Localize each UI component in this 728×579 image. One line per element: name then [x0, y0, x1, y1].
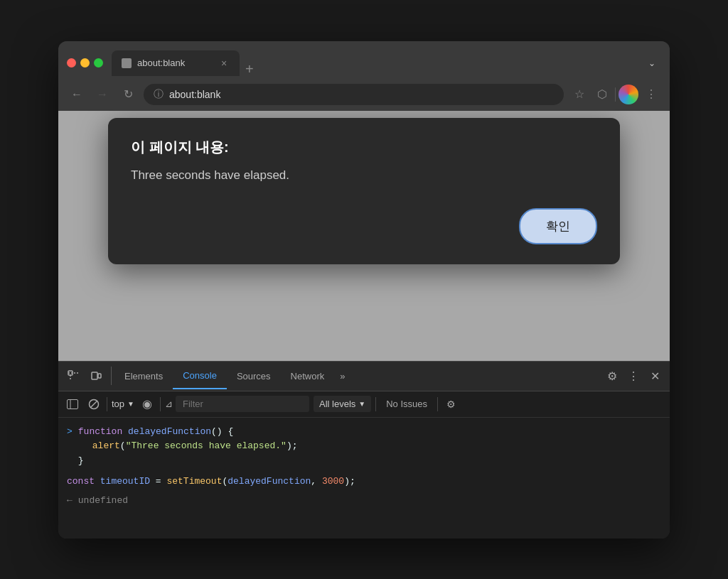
svg-rect-4 — [92, 372, 97, 379]
address-text: about:blank — [169, 89, 554, 100]
code-line-4: const timeoutID = setTimeout(delayedFunc… — [67, 475, 355, 489]
alert-buttons: 확인 — [131, 208, 597, 244]
svg-rect-6 — [68, 399, 78, 408]
log-levels-dropdown[interactable]: All levels ▼ — [314, 396, 371, 412]
live-expressions-button[interactable]: ◉ — [139, 396, 156, 413]
tab-favicon — [122, 58, 132, 68]
code-line-1: function delayedFunction() { — [78, 425, 298, 440]
execution-context-selector[interactable]: top ▼ — [112, 399, 134, 409]
devtools-more-options-icon[interactable]: ⋮ — [624, 367, 643, 385]
console-line-2: const timeoutID = setTimeout(delayedFunc… — [67, 473, 661, 491]
separator-line — [615, 87, 616, 102]
traffic-lights — [67, 58, 103, 67]
devtools-more-tabs-button[interactable]: » — [334, 364, 350, 389]
console-settings-icon[interactable]: ⚙ — [442, 396, 459, 413]
alert-page-label: 이 페이지 내용: — [131, 138, 597, 157]
levels-chevron-icon: ▼ — [358, 400, 365, 408]
reload-button[interactable]: ↻ — [118, 85, 138, 104]
alert-message: Three seconds have elapsed. — [131, 168, 597, 183]
back-button[interactable]: ← — [67, 85, 87, 104]
tab-dropdown-button[interactable]: ⌄ — [643, 55, 661, 71]
browser-window: about:blank × + ⌄ ← → ↻ ⓘ about:blank ☆ … — [58, 41, 670, 539]
bookmark-button[interactable]: ☆ — [569, 85, 589, 104]
new-tab-button[interactable]: + — [240, 62, 259, 76]
console-input-arrow: > — [67, 425, 73, 440]
menu-button[interactable]: ⋮ — [641, 85, 661, 104]
title-bar: about:blank × + ⌄ — [58, 41, 670, 78]
devtools-tab-elements[interactable]: Elements — [114, 364, 173, 389]
minimize-window-button[interactable] — [80, 58, 90, 67]
devtools-close-icon[interactable]: ✕ — [646, 367, 664, 385]
devtools-tab-actions: ⚙ ⋮ ✕ — [603, 367, 664, 385]
forward-button[interactable]: → — [92, 85, 112, 104]
devtools-settings-icon[interactable]: ⚙ — [603, 367, 621, 385]
toolbar-separator-3 — [375, 397, 376, 411]
svg-rect-0 — [123, 60, 130, 67]
devtools-tab-console[interactable]: Console — [173, 363, 227, 389]
tab-close-button[interactable]: × — [218, 58, 230, 69]
devtools-device-icon[interactable] — [87, 367, 105, 385]
devtools-tab-sources[interactable]: Sources — [227, 364, 281, 389]
address-bar[interactable]: ⓘ about:blank — [144, 84, 564, 105]
filter-area: ⊿ — [165, 396, 309, 412]
maximize-window-button[interactable] — [94, 58, 103, 67]
alert-dialog: 이 페이지 내용: Three seconds have elapsed. 확인 — [108, 118, 620, 264]
console-line-1: > function delayedFunction() { alert("Th… — [67, 423, 661, 470]
devtools-panel: Elements Console Sources Network » ⚙ ⋮ ✕ — [58, 361, 670, 539]
tab-title: about:blank — [137, 58, 213, 68]
toolbar-separator-2 — [160, 397, 161, 411]
tab-area: about:blank × + — [112, 50, 637, 76]
alert-ok-button[interactable]: 확인 — [519, 208, 597, 244]
console-undefined: undefined — [78, 494, 128, 509]
page-content: 이 페이지 내용: Three seconds have elapsed. 확인 — [58, 111, 670, 361]
devtools-tab-network[interactable]: Network — [281, 364, 335, 389]
toolbar-separator — [107, 397, 107, 411]
devtools-inspect-icon[interactable] — [64, 367, 82, 385]
devtools-tabs-bar: Elements Console Sources Network » ⚙ ⋮ ✕ — [58, 362, 670, 391]
extensions-button[interactable]: ⬡ — [592, 85, 612, 104]
devtools-toolbar: top ▼ ◉ ⊿ All levels ▼ No Issues ⚙ — [58, 391, 670, 418]
devtools-tab-icons — [64, 367, 112, 385]
no-issues-badge: No Issues — [380, 399, 433, 409]
svg-rect-5 — [98, 374, 101, 378]
profile-avatar[interactable] — [619, 85, 638, 104]
svg-line-9 — [91, 401, 97, 407]
code-line-3: } — [78, 454, 298, 469]
filter-icon: ⊿ — [165, 399, 173, 409]
filter-input[interactable] — [176, 396, 309, 412]
console-line-3: ← undefined — [67, 492, 661, 510]
console-output-arrow: ← — [67, 494, 73, 509]
code-line-2: alert("Three seconds have elapsed."); — [78, 439, 298, 454]
close-window-button[interactable] — [67, 58, 76, 67]
console-sidebar-toggle[interactable] — [64, 396, 81, 413]
console-code-block: function delayedFunction() { alert("Thre… — [78, 425, 298, 469]
info-icon: ⓘ — [154, 88, 164, 101]
nav-actions: ☆ ⬡ ⋮ — [569, 85, 661, 104]
active-tab[interactable]: about:blank × — [112, 50, 240, 76]
chevron-down-icon: ▼ — [127, 400, 134, 408]
nav-bar: ← → ↻ ⓘ about:blank ☆ ⬡ ⋮ — [58, 78, 670, 111]
console-output[interactable]: > function delayedFunction() { alert("Th… — [58, 418, 670, 539]
clear-console-button[interactable] — [85, 396, 102, 413]
toolbar-separator-4 — [437, 397, 438, 411]
alert-overlay: 이 페이지 내용: Three seconds have elapsed. 확인 — [58, 111, 670, 361]
